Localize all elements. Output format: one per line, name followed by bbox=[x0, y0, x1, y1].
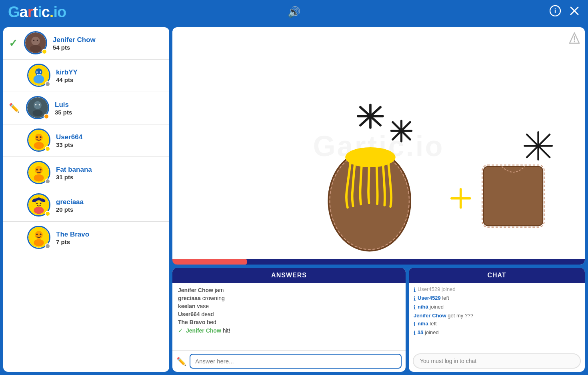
answer-user: keelan bbox=[178, 303, 197, 309]
svg-point-36 bbox=[40, 203, 42, 205]
tab-bar: ANSWERS bbox=[172, 268, 406, 283]
avatar bbox=[27, 64, 51, 88]
close-button[interactable] bbox=[569, 5, 580, 19]
svg-point-34 bbox=[34, 207, 44, 214]
avatar bbox=[27, 161, 51, 185]
answer-input[interactable] bbox=[190, 354, 402, 369]
chat-message: ℹ nihā joined bbox=[414, 304, 580, 311]
chat-message: Jenifer Chow get my ??? bbox=[414, 313, 580, 319]
chat-message: ℹ User4529 left bbox=[414, 295, 580, 302]
player-name: Jenifer Chow bbox=[53, 36, 164, 44]
list-item: kirbYY 44 pts bbox=[3, 60, 169, 92]
chat-input[interactable] bbox=[413, 353, 581, 369]
chat-tab-bar: CHAT bbox=[409, 268, 585, 283]
svg-point-6 bbox=[30, 45, 42, 52]
chat-text: User4529 left bbox=[418, 295, 449, 301]
answer-row: Jenifer Chow jam bbox=[178, 287, 400, 293]
answer-user: greciaaa bbox=[178, 295, 202, 301]
info-icon: ℹ bbox=[414, 287, 416, 293]
player-info: Fat banana 31 pts bbox=[56, 166, 164, 180]
svg-rect-59 bbox=[484, 166, 543, 226]
answer-text: crowning bbox=[202, 295, 225, 301]
list-item: greciaaa 20 pts bbox=[3, 189, 169, 222]
info-button[interactable]: i bbox=[550, 5, 561, 19]
list-item: ✓ Jenifer Chow 54 pts bbox=[3, 27, 169, 60]
tab-answers[interactable]: ANSWERS bbox=[172, 268, 406, 283]
status-dot bbox=[45, 146, 50, 152]
svg-point-27 bbox=[36, 169, 38, 170]
header-right: i bbox=[550, 5, 580, 19]
answers-list: Jenifer Chow jam greciaaa crowning keela… bbox=[172, 283, 406, 350]
canvas-area: Gartic.io bbox=[172, 27, 585, 265]
header: Gartic.io 🔊 i bbox=[0, 0, 588, 24]
svg-point-16 bbox=[32, 110, 42, 116]
player-info: kirbYY 44 pts bbox=[56, 68, 164, 83]
chat-text: User4529 joined bbox=[418, 286, 456, 292]
chat-message: ℹ nihā left bbox=[414, 321, 580, 327]
report-button[interactable] bbox=[569, 32, 580, 48]
avatar bbox=[27, 193, 51, 217]
pencil-icon: ✏️ bbox=[9, 103, 20, 113]
list-item: Fat banana 31 pts bbox=[3, 157, 169, 189]
info-icon: ℹ bbox=[414, 330, 416, 336]
bottom-panels: ANSWERS Jenifer Chow jam greciaaa crowni… bbox=[172, 268, 585, 372]
svg-point-62 bbox=[574, 41, 575, 42]
chat-input-wrap bbox=[409, 350, 585, 372]
player-info: User664 33 pts bbox=[56, 133, 164, 148]
player-pts: 35 pts bbox=[55, 109, 164, 116]
svg-point-39 bbox=[34, 239, 44, 246]
player-name: The Bravo bbox=[56, 231, 164, 239]
svg-point-7 bbox=[33, 40, 35, 41]
status-dot bbox=[44, 114, 49, 119]
list-item: The Bravo 7 pts bbox=[3, 222, 169, 254]
player-pts: 54 pts bbox=[53, 44, 164, 51]
answer-text: dead bbox=[201, 311, 214, 317]
svg-point-12 bbox=[36, 71, 38, 73]
status-dot bbox=[45, 211, 50, 217]
player-name: Fat banana bbox=[56, 166, 164, 174]
player-info: greciaaa 20 pts bbox=[56, 198, 164, 213]
answer-row: keelan vase bbox=[178, 303, 400, 309]
drawing-svg bbox=[172, 27, 585, 265]
sound-button[interactable]: 🔊 bbox=[288, 6, 300, 18]
avatar bbox=[27, 128, 51, 152]
svg-text:i: i bbox=[554, 8, 556, 14]
svg-point-28 bbox=[40, 169, 41, 170]
answer-user: User664 bbox=[178, 311, 201, 317]
header-center: 🔊 bbox=[288, 6, 300, 18]
status-dot bbox=[42, 49, 47, 54]
progress-bar-fill bbox=[172, 259, 247, 265]
hit-check-icon: ✓ bbox=[178, 327, 183, 334]
pencil-input-icon: ✏️ bbox=[176, 357, 186, 366]
player-pts: 44 pts bbox=[56, 76, 164, 83]
tab-chat[interactable]: CHAT bbox=[409, 268, 585, 283]
player-name: User664 bbox=[56, 133, 164, 141]
canvas-inner: Gartic.io bbox=[172, 27, 585, 265]
answer-text: vase bbox=[197, 303, 209, 309]
chat-text: Jenifer Chow get my ??? bbox=[414, 313, 474, 319]
answer-row-hit: ✓ Jenifer Chow hit! bbox=[178, 327, 400, 334]
answer-user: Jenifer Chow bbox=[178, 287, 215, 293]
answer-row: greciaaa crowning bbox=[178, 295, 400, 301]
chat-message: ℹ āā joined bbox=[414, 329, 580, 336]
answer-user: The Bravo bbox=[178, 319, 207, 325]
answer-text-hit: hit! bbox=[223, 327, 230, 334]
chat-messages: ℹ User4529 joined ℹ User4529 left ℹ nihā… bbox=[409, 283, 585, 350]
answer-user-correct: Jenifer Chow bbox=[186, 327, 223, 334]
avatar bbox=[24, 31, 48, 55]
logo: Gartic.io bbox=[8, 4, 66, 21]
player-pts: 33 pts bbox=[56, 141, 164, 148]
avatar bbox=[27, 226, 51, 250]
svg-point-21 bbox=[34, 142, 44, 149]
right-panel: Gartic.io bbox=[172, 27, 585, 372]
player-pts: 31 pts bbox=[56, 174, 164, 180]
svg-point-35 bbox=[36, 203, 38, 205]
answer-row: User664 dead bbox=[178, 311, 400, 317]
chat-panel: CHAT ℹ User4529 joined ℹ User4529 left ℹ… bbox=[409, 268, 585, 372]
svg-point-18 bbox=[39, 104, 40, 106]
player-info: Jenifer Chow 54 pts bbox=[53, 36, 164, 51]
answers-panel: ANSWERS Jenifer Chow jam greciaaa crowni… bbox=[172, 268, 406, 372]
player-pts: 7 pts bbox=[56, 239, 164, 245]
info-icon: ℹ bbox=[414, 304, 416, 311]
main-layout: ✓ Jenifer Chow 54 pts bbox=[0, 24, 588, 375]
